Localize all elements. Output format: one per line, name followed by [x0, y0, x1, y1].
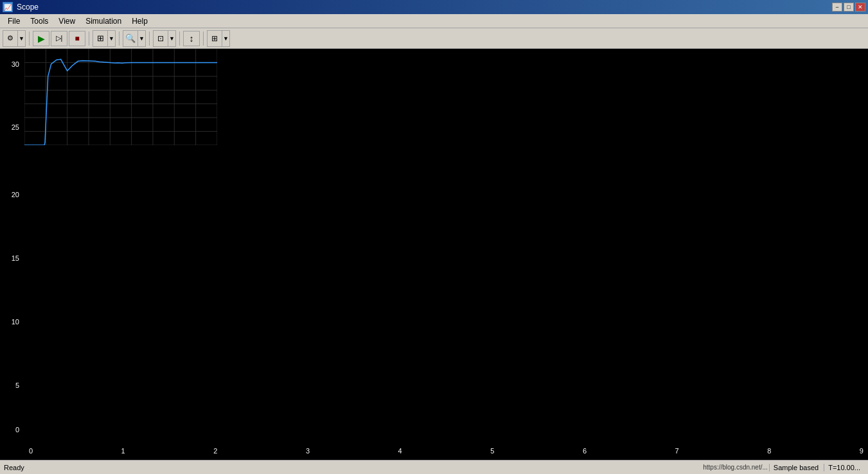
title-bar: 📈 Scope − □ ✕ — [0, 0, 868, 14]
status-url: https://blog.csdn.net/... — [703, 464, 768, 471]
signal-line — [24, 59, 217, 145]
toolbar-sep-6 — [203, 31, 204, 46]
zoom-dropdown[interactable]: ▼ — [137, 31, 145, 46]
x-axis: 0 1 2 3 4 5 6 7 8 9 — [0, 446, 868, 460]
stop-button[interactable]: ■ — [69, 31, 85, 46]
x-label-9: 9 — [855, 447, 868, 455]
toolbar: ⚙ ▼ ▶ ▷| ■ ⊞ ▼ 🔍 ▼ ⊡ ▼ ↕ ⊞ ▼ — [0, 28, 868, 49]
toolbar-sep-5 — [179, 31, 180, 46]
y-label-20: 20 — [12, 191, 22, 198]
menu-tools[interactable]: Tools — [25, 15, 53, 27]
toolbar-sep-1 — [29, 31, 30, 46]
menu-file[interactable]: File — [3, 15, 25, 27]
maximize-button[interactable]: □ — [844, 3, 854, 12]
zoom-button[interactable]: 🔍 — [123, 31, 137, 46]
y-label-10: 10 — [12, 319, 22, 326]
toolbar-sep-4 — [149, 31, 150, 46]
x-label-0: 0 — [24, 447, 37, 455]
minimize-button[interactable]: − — [832, 3, 842, 12]
y-label-30: 30 — [12, 61, 22, 68]
x-label-5: 5 — [486, 447, 499, 455]
menu-simulation[interactable]: Simulation — [80, 15, 127, 27]
plot-svg — [24, 49, 217, 145]
menu-bar: File Tools View Simulation Help — [0, 14, 868, 28]
params-dropdown[interactable]: ▼ — [107, 31, 115, 46]
cursor-button[interactable]: ↕ — [183, 31, 200, 46]
x-label-3: 3 — [301, 447, 314, 455]
status-bar: Ready https://blog.csdn.net/... Sample b… — [0, 460, 868, 474]
fit-button[interactable]: ⊡ — [154, 31, 168, 46]
x-label-1: 1 — [117, 447, 130, 455]
y-label-5: 5 — [15, 382, 22, 389]
run-button[interactable]: ▶ — [33, 31, 49, 46]
menu-view[interactable]: View — [53, 15, 80, 27]
y-label-0: 0 — [15, 426, 22, 434]
params-button[interactable]: ⊞ — [93, 31, 107, 46]
y-label-25: 25 — [12, 124, 22, 131]
settings-dropdown[interactable]: ▼ — [17, 31, 25, 46]
status-right: https://blog.csdn.net/... Sample based T… — [703, 464, 864, 471]
fit-dropdown[interactable]: ▼ — [168, 31, 175, 46]
app-icon: 📈 — [3, 2, 13, 12]
y-label-15: 15 — [12, 255, 22, 262]
status-ready: Ready — [4, 464, 24, 471]
x-label-4: 4 — [394, 447, 407, 455]
x-axis-labels: 0 1 2 3 4 5 6 7 8 9 — [24, 447, 868, 455]
step-button[interactable]: ▷| — [51, 31, 67, 46]
status-time: T=10.00... — [824, 464, 864, 471]
status-sample-based: Sample based — [769, 464, 822, 471]
toolbar-sep-3 — [119, 31, 120, 46]
plot-wrapper: 30 25 20 15 10 5 0 — [0, 49, 868, 460]
y-axis: 30 25 20 15 10 5 0 — [0, 49, 24, 446]
display-dropdown[interactable]: ▼ — [222, 31, 229, 46]
x-label-6: 6 — [578, 447, 591, 455]
settings-button[interactable]: ⚙ — [3, 31, 17, 46]
window-title: Scope — [17, 3, 39, 12]
close-button[interactable]: ✕ — [855, 3, 865, 12]
x-label-2: 2 — [209, 447, 222, 455]
x-label-8: 8 — [763, 447, 775, 455]
x-label-7: 7 — [671, 447, 684, 455]
toolbar-sep-2 — [89, 31, 89, 46]
plot-area[interactable]: 30 25 20 15 10 5 0 — [0, 49, 868, 446]
menu-help[interactable]: Help — [127, 15, 153, 27]
display-button[interactable]: ⊞ — [208, 31, 222, 46]
